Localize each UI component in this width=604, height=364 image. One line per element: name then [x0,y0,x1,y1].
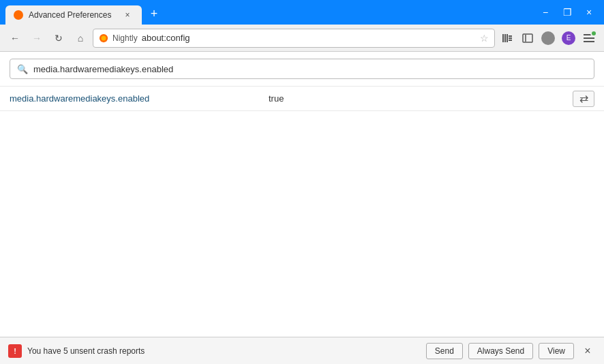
config-preference-value: true [269,93,573,104]
menu-button[interactable] [579,29,599,48]
tab-title: Advanced Preferences [29,10,116,20]
close-button[interactable]: × [579,3,599,22]
search-input-wrap[interactable]: 🔍 [10,59,594,79]
svg-rect-8 [523,34,532,42]
browser-logo-icon [99,33,108,43]
bookmark-star-icon[interactable]: ☆ [480,33,489,44]
extension-icon: E [562,31,575,45]
always-send-button[interactable]: Always Send [468,343,533,359]
view-button[interactable]: View [539,343,574,359]
crash-report-icon: ! [8,344,22,358]
extension-button[interactable]: E [559,29,578,48]
tab-bar: Advanced Preferences × + [5,0,536,25]
title-bar: Advanced Preferences × + − ❐ × [0,0,604,25]
main-content: 🔍 media.hardwaremediakeys.enabled true ⇄ [0,52,604,337]
address-text[interactable]: about:config [142,33,476,43]
nav-right-controls: E [498,29,599,48]
bottom-bar: ! You have 5 unsent crash reports Send A… [0,337,604,364]
svg-rect-6 [509,37,512,39]
dismiss-button[interactable]: × [579,343,596,359]
reload-button[interactable]: ↻ [49,29,68,48]
svg-rect-3 [504,34,506,42]
tab-favicon-icon [14,10,23,20]
back-button[interactable]: ← [5,29,25,48]
sidebar-button[interactable] [518,29,537,48]
user-avatar-icon [541,31,555,45]
svg-rect-2 [502,34,504,42]
svg-rect-13 [584,37,594,39]
sidebar-icon [522,33,533,44]
address-bar[interactable]: Nightly about:config ☆ [93,29,495,48]
home-button[interactable]: ⌂ [71,29,90,48]
search-input[interactable] [33,64,587,74]
active-tab[interactable]: Advanced Preferences × [5,5,142,25]
config-preference-name: media.hardwaremediakeys.enabled [10,93,269,104]
restore-button[interactable]: ❐ [558,3,577,22]
send-button[interactable]: Send [426,343,463,359]
svg-rect-5 [509,35,512,37]
svg-point-1 [102,35,106,40]
crash-report-message: You have 5 unsent crash reports [27,346,421,356]
notification-badge [590,30,597,37]
navigation-bar: ← → ↻ ⌂ Nightly about:config ☆ [0,25,604,52]
new-tab-button[interactable]: + [145,4,164,23]
config-table: media.hardwaremediakeys.enabled true ⇄ [0,87,604,337]
browser-brand-label: Nightly [112,33,138,43]
svg-rect-7 [509,40,512,41]
window-controls: − ❐ × [536,3,599,22]
library-icon [502,33,513,44]
tab-close-button[interactable]: × [121,9,134,21]
table-row[interactable]: media.hardwaremediakeys.enabled true ⇄ [0,87,604,111]
toggle-icon: ⇄ [579,92,588,105]
account-button[interactable] [539,29,558,48]
library-button[interactable] [498,29,517,48]
svg-rect-14 [584,41,594,42]
search-icon: 🔍 [17,64,28,74]
minimize-button[interactable]: − [536,3,555,22]
svg-point-11 [545,40,552,43]
config-toggle-button[interactable]: ⇄ [573,91,594,107]
svg-point-10 [546,35,550,39]
search-bar: 🔍 [0,52,604,87]
svg-rect-4 [507,34,508,42]
forward-button[interactable]: → [27,29,46,48]
